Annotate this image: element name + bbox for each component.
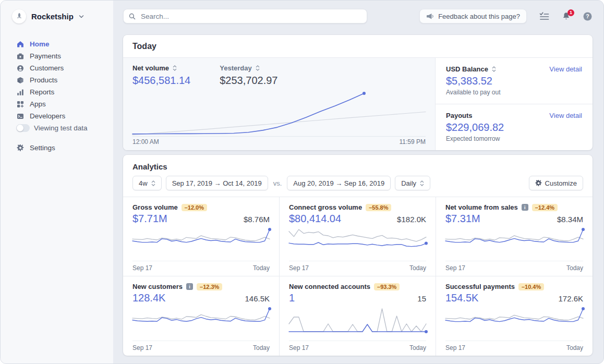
reports-icon [16, 89, 24, 96]
today-chart-axis: 12:00 AM 11:59 PM [132, 137, 426, 150]
tile-new-connected-accounts: New connected accounts –93.3% 1 15 Sep 1… [280, 276, 436, 356]
help-button[interactable]: ? [583, 12, 592, 21]
tile-end-label: Today [409, 264, 426, 272]
tile-compare-value: $182.0K [397, 215, 426, 224]
toggle-knob [17, 125, 23, 131]
payments-icon [16, 53, 24, 60]
products-icon [16, 77, 24, 84]
svg-text:?: ? [586, 13, 589, 19]
task-list-icon [539, 12, 549, 20]
payouts-view-detail-link[interactable]: View detail [549, 112, 582, 119]
sidebar-item-developers[interactable]: Developers [16, 110, 113, 122]
tile-start-label: Sep 17 [289, 344, 309, 351]
payouts-panel: Payouts View detail $229,069.82 Expected… [436, 104, 593, 150]
usd-balance-view-detail-link[interactable]: View detail [549, 65, 582, 73]
sort-carets-icon [420, 180, 424, 186]
workspace-switcher[interactable]: Rocketship [1, 1, 113, 32]
delta-badge: –12.4% [532, 204, 558, 211]
tile-end-label: Today [253, 344, 270, 351]
payouts-caption: Expected tomorrow [446, 135, 582, 142]
primary-date-range-button[interactable]: Sep 17, 2019 → Oct 14, 2019 [166, 176, 268, 190]
feedback-button[interactable]: Feedback about this page? [419, 9, 527, 23]
delta-badge: –55.8% [366, 204, 391, 211]
tile-end-label: Today [566, 264, 583, 272]
net-volume-selector[interactable]: Net volume [132, 64, 190, 72]
delta-badge: –12.0% [182, 204, 207, 211]
usd-balance-label: USD Balance [446, 65, 488, 73]
tile-compare-value: 15 [417, 294, 426, 303]
connect-gross-volume-sparkline [289, 227, 426, 254]
sidebar-item-label: Reports [30, 88, 54, 96]
info-icon[interactable]: i [186, 283, 193, 290]
new-connected-accounts-sparkline [289, 306, 426, 333]
sidebar-item-label: Products [30, 76, 57, 84]
granularity-select[interactable]: Daily [395, 176, 430, 190]
yesterday-value: $253,702.97 [220, 75, 277, 87]
gear-icon [535, 180, 542, 187]
tile-label: Successful payments [445, 283, 515, 290]
tile-value: $80,414.04 [289, 213, 341, 225]
delta-badge: –93.3% [374, 283, 400, 290]
today-net-volume-chart [132, 91, 426, 137]
compare-date-range-button[interactable]: Aug 20, 2019 → Sep 16, 2019 [287, 176, 391, 190]
sidebar: Rocketship Home Payments [1, 1, 113, 363]
test-data-toggle[interactable] [16, 124, 30, 132]
sidebar-item-customers[interactable]: Customers [16, 62, 113, 74]
usd-balance-selector[interactable]: USD Balance [446, 65, 496, 73]
sidebar-item-label: Developers [30, 112, 65, 120]
tile-value: 1 [289, 292, 295, 304]
tile-start-label: Sep 17 [132, 344, 152, 351]
tile-end-label: Today [409, 344, 426, 351]
analytics-controls: 4w Sep 17, 2019 → Oct 14, 2019 vs. Aug 2… [123, 171, 593, 197]
search-bar[interactable] [123, 9, 367, 23]
sort-carets-icon [492, 66, 496, 72]
tile-label: Connect gross volume [289, 203, 362, 211]
search-input[interactable] [140, 12, 361, 21]
usd-balance-panel: USD Balance View detail $5,383.52 Availa… [436, 58, 593, 104]
sidebar-item-apps[interactable]: Apps [16, 98, 113, 110]
tile-start-label: Sep 17 [445, 264, 465, 272]
sidebar-item-label: Apps [30, 100, 46, 108]
usd-balance-caption: Available to pay out [446, 89, 582, 96]
customize-label: Customize [545, 179, 577, 187]
tasks-button[interactable] [539, 12, 549, 20]
sidebar-item-home[interactable]: Home [16, 38, 113, 50]
usd-balance-value: $5,383.52 [446, 75, 582, 87]
today-metrics: Net volume $456,581.14 Yesterday [132, 64, 426, 87]
customize-button[interactable]: Customize [529, 176, 583, 190]
axis-end-label: 11:59 PM [400, 138, 426, 145]
tile-compare-value: 146.5K [245, 294, 270, 303]
today-card: Today Net volume $456,581 [123, 35, 593, 150]
sidebar-item-label: Payments [30, 52, 61, 60]
interval-value: 4w [139, 179, 148, 187]
yesterday-metric: Yesterday $253,702.97 [220, 64, 277, 87]
tile-start-label: Sep 17 [132, 264, 152, 272]
help-icon: ? [583, 12, 592, 21]
developers-icon [16, 113, 24, 120]
yesterday-selector[interactable]: Yesterday [220, 64, 277, 72]
tile-label: Gross volume [132, 203, 178, 211]
customers-icon [16, 65, 24, 72]
today-title: Today [123, 35, 593, 58]
tile-end-label: Today [566, 344, 583, 351]
apps-icon [16, 101, 24, 108]
tile-start-label: Sep 17 [289, 264, 309, 272]
tile-new-customers: New customers i –12.3% 128.4K 146.5K Sep… [123, 276, 280, 356]
notifications-button[interactable]: 1 [562, 12, 571, 21]
gross-volume-sparkline [132, 227, 270, 254]
delta-badge: –10.4% [518, 283, 544, 290]
sidebar-item-settings[interactable]: Settings [16, 142, 113, 154]
payouts-value: $229,069.82 [446, 122, 582, 134]
interval-select[interactable]: 4w [132, 176, 162, 190]
dashboard-content: Today Net volume $456,581 [113, 32, 603, 363]
sidebar-item-payments[interactable]: Payments [16, 50, 113, 62]
tile-end-label: Today [253, 264, 270, 272]
tile-label: Net volume from sales [445, 203, 518, 211]
sidebar-item-reports[interactable]: Reports [16, 86, 113, 98]
metric-tiles: Gross volume –12.0% $7.71M $8.76M Sep 17… [123, 197, 593, 356]
sidebar-item-products[interactable]: Products [16, 74, 113, 86]
info-icon[interactable]: i [522, 204, 528, 211]
yesterday-label: Yesterday [220, 64, 251, 72]
delta-badge: –12.3% [197, 283, 222, 290]
payouts-label: Payouts [446, 112, 473, 119]
